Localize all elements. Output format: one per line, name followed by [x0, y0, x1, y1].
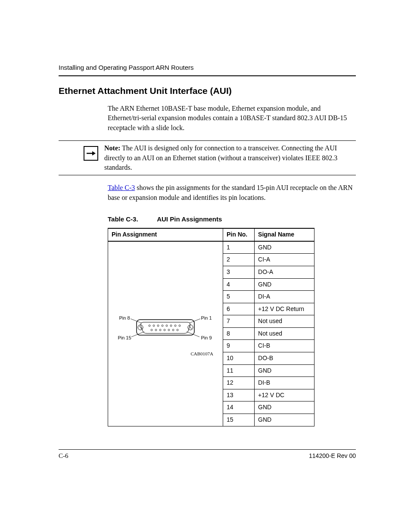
svg-point-16	[170, 325, 172, 327]
pin-assignment-table: Pin Assignment Pin No. Signal Name Pin 8…	[108, 228, 314, 426]
svg-point-11	[149, 325, 150, 327]
xref-paragraph: Table C-3 shows the pin assignments for …	[108, 183, 356, 202]
page-number: C-6	[59, 452, 68, 460]
svg-point-20	[155, 329, 157, 331]
svg-point-15	[166, 325, 168, 327]
pin-no: 11	[223, 364, 255, 377]
page: Installing and Operating Passport ARN Ro…	[0, 0, 411, 532]
signal-name: DI-B	[255, 377, 314, 389]
svg-point-22	[164, 329, 165, 331]
svg-point-23	[168, 329, 170, 331]
table-header: Signal Name	[255, 228, 314, 241]
section-heading: Ethernet Attachment Unit Interface (AUI)	[59, 86, 356, 96]
table-header: Pin Assignment	[108, 228, 223, 241]
table-caption: Table C-3. AUI Pin Assignments	[108, 215, 356, 224]
pin8-label: Pin 8	[119, 315, 130, 320]
note-body: The AUI is designed only for connection …	[104, 144, 337, 171]
svg-point-25	[177, 329, 178, 331]
pin9-label: Pin 9	[201, 335, 212, 340]
table-caption-number: Table C-3.	[108, 215, 138, 224]
pin-no: 6	[223, 303, 255, 315]
pin-no: 2	[223, 254, 255, 266]
signal-name: CI-A	[255, 254, 314, 266]
header-rule	[59, 75, 356, 76]
note-arrow-icon	[84, 146, 98, 161]
svg-point-21	[159, 329, 161, 331]
body-block: The ARN Ethernet 10BASE-T base module, E…	[108, 104, 356, 133]
pin-no: 3	[223, 266, 255, 278]
svg-point-18	[179, 325, 181, 327]
signal-name: Not used	[255, 327, 314, 340]
note-text: Note: The AUI is designed only for conne…	[104, 143, 356, 172]
signal-name: +12 V DC	[255, 389, 314, 401]
svg-point-19	[151, 329, 153, 331]
signal-name: DO-A	[255, 266, 314, 278]
pin-no: 5	[223, 291, 255, 303]
signal-name: GND	[255, 401, 314, 414]
pin-no: 4	[223, 278, 255, 291]
pin-no: 7	[223, 315, 255, 328]
pin-no: 9	[223, 340, 255, 352]
doc-revision: 114200-E Rev 00	[309, 452, 356, 460]
table-caption-title: AUI Pin Assignments	[157, 215, 222, 223]
pin-no: 15	[223, 414, 255, 426]
pin-no: 13	[223, 389, 255, 401]
signal-name: DI-A	[255, 291, 314, 303]
signal-name: GND	[255, 241, 314, 254]
pin-no: 1	[223, 241, 255, 254]
table-header: Pin No.	[223, 228, 255, 241]
signal-name: GND	[255, 364, 314, 377]
pin-no: 12	[223, 377, 255, 389]
signal-name: +12 V DC Return	[255, 303, 314, 315]
svg-point-12	[153, 325, 155, 327]
table-header-row: Pin Assignment Pin No. Signal Name	[108, 228, 314, 241]
signal-name: DO-B	[255, 352, 314, 365]
svg-point-17	[174, 325, 176, 327]
note-label: Note:	[104, 144, 120, 152]
signal-name: Not used	[255, 315, 314, 328]
page-footer: C-6 114200-E Rev 00	[59, 449, 356, 460]
footer-rule	[59, 449, 356, 450]
table-xref-link[interactable]: Table C-3	[108, 184, 135, 191]
db15-connector-icon: Pin 8 Pin 1 Pin 15 Pin 9	[116, 310, 215, 349]
pin-no: 10	[223, 352, 255, 365]
svg-marker-1	[92, 151, 96, 156]
svg-rect-6	[137, 320, 194, 335]
signal-name: GND	[255, 414, 314, 426]
pin1-label: Pin 1	[201, 315, 212, 320]
table-row: Pin 8 Pin 1 Pin 15 Pin 9	[108, 241, 314, 254]
intro-paragraph: The ARN Ethernet 10BASE-T base module, E…	[108, 104, 356, 133]
svg-point-24	[172, 329, 174, 331]
pin-no: 14	[223, 401, 255, 414]
signal-name: GND	[255, 278, 314, 291]
pin15-label: Pin 15	[118, 335, 131, 340]
svg-point-13	[157, 325, 159, 327]
xref-paragraph-block: Table C-3 shows the pin assignments for …	[108, 183, 356, 426]
pin-no: 8	[223, 327, 255, 340]
running-head: Installing and Operating Passport ARN Ro…	[59, 64, 356, 71]
note-block: Note: The AUI is designed only for conne…	[59, 140, 356, 175]
diagram-drawing-id: CAB0107A	[112, 351, 219, 357]
signal-name: CI-B	[255, 340, 314, 352]
xref-rest: shows the pin assignments for the standa…	[108, 184, 353, 201]
connector-diagram-cell: Pin 8 Pin 1 Pin 15 Pin 9	[108, 241, 223, 426]
svg-point-14	[162, 325, 163, 327]
